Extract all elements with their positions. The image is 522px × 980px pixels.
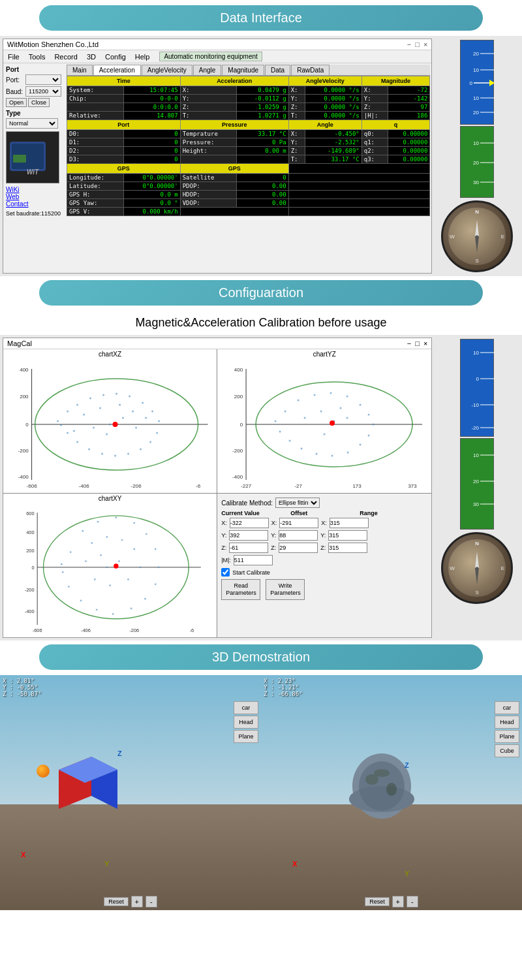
svg-point-78 bbox=[373, 424, 375, 426]
write-params-btn[interactable]: Write Parameters bbox=[266, 579, 305, 600]
svg-point-75 bbox=[346, 396, 348, 398]
data-grid: Time Acceleration AngleVelocity Magnitud… bbox=[67, 76, 430, 216]
tab-magnitude[interactable]: Magnitude bbox=[222, 65, 264, 75]
td-coords-1: X : 2.81° Y : -0.55° Z : -50.87° bbox=[3, 678, 42, 697]
menu-help[interactable]: Help bbox=[133, 52, 152, 61]
az-label: Z: bbox=[180, 103, 237, 112]
td-plane-btn-2[interactable]: Plane bbox=[495, 730, 519, 743]
td-reset-btn-2[interactable]: Reset bbox=[365, 897, 390, 906]
svg-point-84 bbox=[301, 448, 303, 450]
close-btn[interactable]: × bbox=[423, 40, 427, 48]
device-image: WiT bbox=[6, 131, 59, 183]
svg-text:30: 30 bbox=[473, 501, 479, 507]
svg-point-127 bbox=[106, 566, 108, 568]
tab-anglevel[interactable]: AngleVelocity bbox=[142, 65, 192, 75]
svg-point-81 bbox=[347, 452, 349, 454]
svg-marker-22 bbox=[475, 235, 479, 253]
contact-link[interactable]: Contact bbox=[6, 200, 63, 208]
chip-value: 0-0-0 bbox=[123, 95, 180, 103]
svg-text:-20: -20 bbox=[472, 425, 480, 431]
svg-text:10: 10 bbox=[473, 350, 479, 356]
td-plane-btn-1[interactable]: Plane bbox=[234, 730, 258, 743]
avt-value: 0.0000 °/s bbox=[305, 112, 361, 120]
td-car-btn-2[interactable]: car bbox=[495, 701, 519, 714]
wiki-link[interactable]: WiKi bbox=[6, 186, 63, 193]
range-header: Range bbox=[360, 510, 427, 516]
td-minus-btn-1[interactable]: - bbox=[146, 896, 157, 908]
tab-rawdata[interactable]: RawData bbox=[291, 65, 330, 75]
minimize-btn[interactable]: − bbox=[407, 40, 411, 48]
magcal-max[interactable]: □ bbox=[415, 340, 420, 347]
svg-text:0: 0 bbox=[240, 422, 243, 428]
cv-z-input[interactable] bbox=[229, 543, 268, 553]
baud-select[interactable]: 115200 bbox=[25, 86, 61, 97]
menu-3d[interactable]: 3D bbox=[85, 52, 98, 61]
td-reset-btn-1[interactable]: Reset bbox=[104, 897, 129, 906]
port-header: Port bbox=[67, 120, 181, 130]
open-btn[interactable]: Open bbox=[6, 98, 27, 107]
td-head-btn-2[interactable]: Head bbox=[495, 716, 519, 729]
svg-point-114 bbox=[157, 566, 159, 568]
td-cube-btn-2[interactable]: Cube bbox=[495, 744, 519, 757]
table-row: GPS H: 0.0 m HDOP: 0.00 bbox=[67, 191, 430, 199]
magcal-min[interactable]: − bbox=[407, 340, 411, 347]
svg-point-169 bbox=[386, 783, 397, 796]
calib-method-select[interactable]: Ellipse fittin bbox=[275, 498, 320, 508]
td-car-btn-1[interactable]: car bbox=[234, 701, 258, 714]
table-row: GPS V: 0.000 km/h bbox=[67, 208, 430, 216]
type-select[interactable]: Normal bbox=[6, 118, 58, 129]
tab-main[interactable]: Main bbox=[67, 65, 93, 75]
table-row: Relative: 14.807 T: 1.0271 g T: 0.0000 °… bbox=[67, 112, 430, 120]
magcal-close[interactable]: × bbox=[423, 340, 427, 347]
td-z-axis-2: Z bbox=[405, 761, 409, 769]
maximize-btn[interactable]: □ bbox=[415, 40, 420, 48]
range-y-input[interactable] bbox=[328, 530, 367, 541]
cv-mag-input[interactable] bbox=[234, 555, 273, 565]
chart-xy-title: chartXY bbox=[3, 494, 217, 503]
svg-text:-406: -406 bbox=[79, 483, 90, 489]
web-link[interactable]: Web bbox=[6, 193, 63, 200]
svg-point-47 bbox=[99, 407, 101, 409]
menu-config[interactable]: Config bbox=[103, 52, 128, 61]
off-y-input[interactable] bbox=[279, 530, 318, 541]
td-plus-btn-1[interactable]: + bbox=[131, 896, 143, 908]
svg-point-132 bbox=[109, 584, 111, 586]
td-plus-btn-2[interactable]: + bbox=[392, 896, 404, 908]
range-x-label: X: bbox=[321, 520, 327, 526]
range-z-input[interactable] bbox=[328, 543, 367, 553]
td-ground-1 bbox=[0, 804, 261, 910]
svg-point-87 bbox=[304, 417, 306, 419]
svg-text:20: 20 bbox=[473, 479, 479, 484]
svg-text:-200: -200 bbox=[25, 587, 35, 593]
table-row: D1: 0 Pressure: 0 Pa Y: -2.532° q1: 0.00… bbox=[67, 138, 430, 147]
svg-point-72 bbox=[298, 400, 299, 402]
svg-point-45 bbox=[60, 424, 62, 426]
menu-record[interactable]: Record bbox=[52, 52, 79, 61]
off-x-input[interactable] bbox=[279, 518, 318, 528]
svg-point-119 bbox=[96, 609, 98, 610]
svg-point-42 bbox=[88, 449, 90, 450]
tab-data[interactable]: Data bbox=[265, 65, 290, 75]
tab-angle[interactable]: Angle bbox=[193, 65, 222, 75]
cv-x-input[interactable] bbox=[230, 518, 269, 528]
tab-acceleration[interactable]: Acceleration bbox=[93, 65, 141, 75]
td-head-btn-1[interactable]: Head bbox=[234, 716, 258, 729]
offset-header: Offset bbox=[290, 510, 358, 516]
menu-tools[interactable]: Tools bbox=[27, 52, 48, 61]
relative-value: 14.807 bbox=[123, 112, 180, 120]
svg-point-107 bbox=[70, 551, 72, 553]
menu-file[interactable]: File bbox=[6, 52, 22, 61]
off-z-input[interactable] bbox=[279, 543, 318, 553]
read-params-btn[interactable]: Read Parameters bbox=[221, 579, 260, 600]
port-select[interactable] bbox=[25, 74, 61, 85]
d1-value: 0 bbox=[123, 138, 180, 147]
accel-header: Acceleration bbox=[180, 76, 288, 86]
range-x-input[interactable] bbox=[330, 518, 369, 528]
cv-y-input[interactable] bbox=[229, 530, 268, 541]
start-calibrate-checkbox[interactable] bbox=[221, 568, 230, 577]
td-view-2: X : 2.23° Y : -1.21° Z : -66.86° X Y Z bbox=[261, 675, 522, 910]
close-btn[interactable]: Close bbox=[28, 98, 50, 107]
svg-point-135 bbox=[114, 563, 118, 568]
td-orange-ball-1 bbox=[37, 765, 50, 778]
td-minus-btn-2[interactable]: - bbox=[407, 896, 418, 908]
